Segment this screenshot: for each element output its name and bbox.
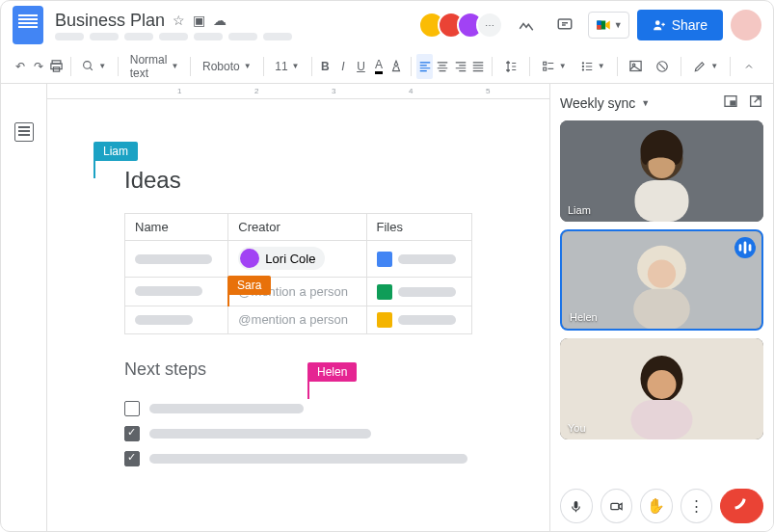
collapse-toolbar-button[interactable] [736, 54, 761, 79]
tile-label: Helen [570, 311, 598, 323]
ruler[interactable]: 1 2 3 4 5 [47, 84, 549, 99]
docs-file-icon[interactable] [377, 252, 392, 267]
raise-hand-button[interactable]: ✋ [640, 489, 673, 523]
collaborator-cursor-helen: Helen [307, 362, 357, 382]
checklist-item[interactable] [124, 426, 472, 441]
insert-image-button[interactable] [623, 54, 648, 79]
menu-item-placeholder[interactable] [194, 33, 223, 40]
comments-icon[interactable] [549, 10, 580, 40]
activity-icon[interactable] [511, 10, 542, 40]
hangup-button[interactable] [720, 489, 763, 523]
svg-point-13 [582, 68, 583, 69]
redo-button[interactable]: ↷ [31, 54, 47, 79]
person-add-icon [653, 18, 666, 32]
table-row[interactable]: Lori Cole [125, 241, 472, 278]
svg-rect-29 [744, 242, 747, 254]
collaborator-cursor-line [93, 159, 95, 178]
meet-title[interactable]: Weekly sync [560, 95, 635, 111]
svg-rect-34 [631, 400, 693, 439]
page[interactable]: Liam Ideas Name Creator Files Lori Cole [47, 99, 549, 531]
document-area[interactable]: 1 2 3 4 5 Liam Ideas Name Creator Files … [47, 84, 549, 531]
mic-button[interactable] [560, 489, 593, 523]
svg-point-16 [657, 61, 668, 71]
meet-panel: Weekly sync ▼ Liam Helen Yo [549, 84, 773, 531]
clear-formatting-button[interactable] [650, 54, 675, 79]
app-header: Business Plan ☆ ▣ ☁ ⋯ ▼ [1, 1, 773, 49]
pip-icon[interactable] [723, 93, 738, 113]
star-icon[interactable]: ☆ [173, 13, 185, 28]
text-color-button[interactable]: A [371, 54, 387, 79]
share-button[interactable]: Share [637, 10, 723, 40]
avatar [240, 249, 259, 268]
video-tile-you[interactable]: You [560, 338, 763, 439]
video-tile-liam[interactable]: Liam [560, 120, 763, 222]
video-tile-helen[interactable]: Helen [560, 229, 763, 331]
menu-item-placeholder[interactable] [124, 33, 153, 40]
underline-button[interactable]: U [353, 54, 369, 79]
bold-button[interactable]: B [317, 54, 334, 79]
svg-rect-17 [725, 96, 736, 107]
checkbox-checked[interactable] [124, 451, 140, 466]
more-options-button[interactable]: ⋮ [681, 489, 713, 523]
table-row[interactable]: @mention a person [125, 306, 472, 334]
sheets-file-icon[interactable] [377, 284, 392, 300]
cloud-status-icon: ☁ [213, 13, 227, 28]
menu-item-placeholder[interactable] [55, 33, 84, 40]
align-center-button[interactable] [435, 54, 451, 79]
menu-item-placeholder[interactable] [263, 33, 292, 40]
editing-mode-dropdown[interactable]: ▼ [687, 54, 724, 79]
line-spacing-button[interactable] [498, 54, 523, 79]
meet-button[interactable]: ▼ [588, 12, 629, 39]
mention-chip[interactable]: Lori Cole [238, 247, 325, 270]
bullet-list-button[interactable]: ▼ [574, 54, 611, 79]
svg-rect-9 [543, 62, 546, 65]
collaborator-avatars[interactable]: ⋯ [418, 12, 503, 39]
docs-logo-icon[interactable] [13, 6, 43, 44]
font-dropdown[interactable]: Roboto▼ [197, 54, 257, 79]
collaborator-cursor-line [307, 380, 309, 399]
align-justify-button[interactable] [470, 54, 487, 79]
checkbox-checked[interactable] [124, 426, 140, 441]
undo-button[interactable]: ↶ [13, 54, 29, 79]
checklist-item[interactable] [124, 401, 472, 416]
italic-button[interactable]: I [335, 54, 352, 79]
document-title[interactable]: Business Plan [55, 11, 165, 31]
popout-icon[interactable] [748, 93, 763, 113]
heading-next-steps[interactable]: Next steps [124, 359, 206, 380]
account-avatar[interactable] [731, 10, 761, 40]
menu-item-placeholder[interactable] [159, 33, 188, 40]
heading-ideas[interactable]: Ideas [124, 167, 181, 194]
menu-bar [55, 33, 292, 40]
avatar[interactable]: ⋯ [476, 12, 503, 39]
move-folder-icon[interactable]: ▣ [193, 13, 205, 28]
table-header: Name [125, 214, 228, 241]
font-size-dropdown[interactable]: 11▼ [269, 54, 305, 79]
checklist[interactable] [124, 401, 472, 466]
outline-icon[interactable] [14, 122, 34, 142]
svg-rect-10 [543, 67, 546, 70]
print-button[interactable] [48, 54, 65, 79]
table-row[interactable]: Sara @mention a person [125, 278, 472, 306]
zoom-dropdown[interactable]: ▼ [76, 54, 112, 79]
align-left-button[interactable] [416, 54, 433, 79]
collaborator-cursor-line [227, 293, 229, 306]
mention-placeholder[interactable]: @mention a person [238, 312, 348, 327]
chevron-down-icon: ▼ [614, 20, 623, 30]
chevron-down-icon[interactable]: ▼ [641, 98, 650, 108]
slides-file-icon[interactable] [377, 312, 392, 328]
main-area: 1 2 3 4 5 Liam Ideas Name Creator Files … [1, 84, 773, 531]
menu-item-placeholder[interactable] [90, 33, 119, 40]
checkbox-unchecked[interactable] [124, 401, 140, 416]
checklist-button[interactable]: ▼ [536, 54, 573, 79]
ideas-table[interactable]: Name Creator Files Lori Cole Sara @menti… [124, 213, 472, 334]
checklist-item[interactable] [124, 451, 472, 466]
collaborator-cursor-liam: Liam [93, 142, 138, 161]
svg-rect-1 [597, 21, 605, 30]
highlight-button[interactable] [388, 54, 405, 79]
camera-button[interactable] [601, 489, 633, 523]
svg-rect-35 [574, 500, 578, 508]
menu-item-placeholder[interactable] [228, 33, 257, 40]
style-dropdown[interactable]: Normal text▼ [124, 54, 185, 79]
align-right-button[interactable] [452, 54, 468, 79]
share-label: Share [672, 17, 707, 33]
